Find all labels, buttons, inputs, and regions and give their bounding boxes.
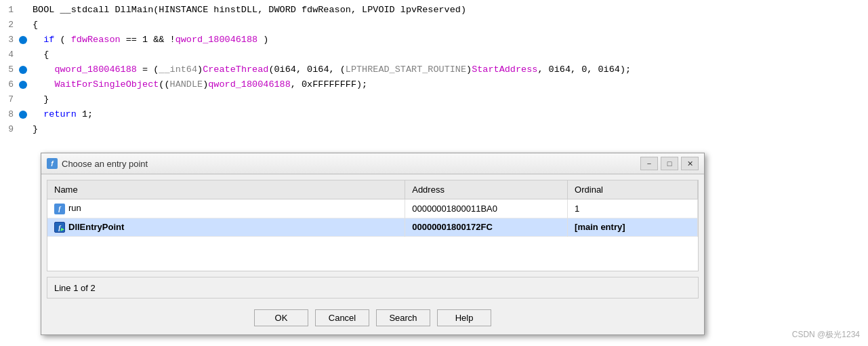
code-line-7: 7 } xyxy=(0,92,868,107)
cell-name: frun xyxy=(47,199,405,218)
line-number: 1 xyxy=(0,3,19,18)
func-icon: f xyxy=(54,204,65,214)
line-code: qword_180046188 = (__int64)CreateThread(… xyxy=(30,62,868,77)
table-body: frun00000001800011BA01fDllEntryPoint0000… xyxy=(47,199,698,237)
table-row[interactable]: fDllEntryPoint00000001800172FC[main entr… xyxy=(47,218,698,237)
help-button[interactable]: Help xyxy=(437,309,491,326)
dialog-controls: − □ ✕ xyxy=(640,157,699,170)
table-header: Name Address Ordinal xyxy=(47,180,698,199)
line-code: return 1; xyxy=(30,107,868,122)
dialog-title-left: f Choose an entry point xyxy=(47,158,148,169)
code-line-2: 2{ xyxy=(0,18,868,33)
breakpoint-dot[interactable] xyxy=(19,81,27,89)
table-area: Name Address Ordinal frun00000001800011B… xyxy=(47,180,699,271)
empty-rows xyxy=(47,237,698,271)
code-line-1: 1BOOL __stdcall DllMain(HINSTANCE hinstD… xyxy=(0,3,868,18)
line-number: 2 xyxy=(0,18,19,33)
cell-ordinal: [main entry] xyxy=(568,218,698,237)
minimize-button[interactable]: − xyxy=(640,157,658,170)
line-code: BOOL __stdcall DllMain(HINSTANCE hinstDL… xyxy=(30,3,868,18)
breakpoint-dot[interactable] xyxy=(19,111,27,119)
line-code: } xyxy=(30,92,868,107)
status-text: Line 1 of 2 xyxy=(54,283,96,293)
cell-address: 00000001800011BA0 xyxy=(405,199,568,218)
dialog-body: Name Address Ordinal frun00000001800011B… xyxy=(41,180,704,334)
line-number: 9 xyxy=(0,122,19,137)
search-button[interactable]: Search xyxy=(376,309,430,326)
col-header-address: Address xyxy=(405,180,568,199)
maximize-button[interactable]: □ xyxy=(661,157,678,170)
cell-ordinal: 1 xyxy=(568,199,698,218)
close-button[interactable]: ✕ xyxy=(681,157,699,170)
breakpoint-dot[interactable] xyxy=(19,36,27,44)
ok-button[interactable]: OK xyxy=(254,309,308,326)
line-number: 5 xyxy=(0,62,19,77)
cell-address: 00000001800172FC xyxy=(405,218,568,237)
dialog-titlebar: f Choose an entry point − □ ✕ xyxy=(41,153,704,174)
line-number: 7 xyxy=(0,92,19,107)
line-number: 3 xyxy=(0,33,19,47)
table-row[interactable]: frun00000001800011BA01 xyxy=(47,199,698,218)
dialog-buttons: OKCancelSearchHelp xyxy=(41,304,704,334)
line-code: } xyxy=(30,122,868,137)
line-number: 8 xyxy=(0,107,19,122)
entry-point-dialog: f Choose an entry point − □ ✕ Name Addre… xyxy=(41,153,705,335)
line-code: { xyxy=(30,18,868,33)
code-line-5: 5 qword_180046188 = (__int64)CreateThrea… xyxy=(0,62,868,77)
line-number: 4 xyxy=(0,47,19,62)
code-line-9: 9} xyxy=(0,122,868,137)
line-number: 6 xyxy=(0,77,19,92)
entry-func-icon: f xyxy=(54,222,65,233)
entry-table: Name Address Ordinal frun00000001800011B… xyxy=(47,180,698,237)
cell-name: fDllEntryPoint xyxy=(47,218,405,237)
col-header-ordinal: Ordinal xyxy=(568,180,698,199)
code-line-3: 3 if ( fdwReason == 1 && !qword_18004618… xyxy=(0,33,868,47)
line-code: if ( fdwReason == 1 && !qword_180046188 … xyxy=(30,33,868,47)
cancel-button[interactable]: Cancel xyxy=(315,309,369,326)
line-code: WaitForSingleObject((HANDLE)qword_180046… xyxy=(30,77,868,92)
dialog-status: Line 1 of 2 xyxy=(47,277,699,299)
dialog-icon: f xyxy=(47,158,58,169)
code-line-8: 8 return 1; xyxy=(0,107,868,122)
col-header-name: Name xyxy=(47,180,405,199)
breakpoint-dot[interactable] xyxy=(19,66,27,74)
watermark: CSDN @极光1234 xyxy=(792,329,860,341)
dialog-title: Choose an entry point xyxy=(62,159,148,169)
code-line-6: 6 WaitForSingleObject((HANDLE)qword_1800… xyxy=(0,77,868,92)
line-code: { xyxy=(30,47,868,62)
code-line-4: 4 { xyxy=(0,47,868,62)
